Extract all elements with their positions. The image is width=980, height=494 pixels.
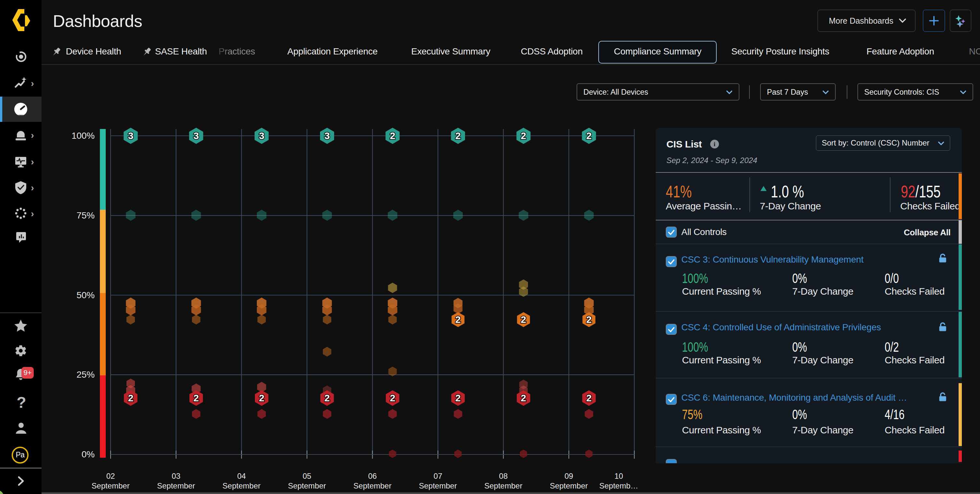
svg-text:3: 3 bbox=[324, 130, 330, 141]
svg-text:09: 09 bbox=[565, 472, 573, 480]
svg-text:September: September bbox=[223, 481, 260, 490]
svg-text:September: September bbox=[288, 481, 326, 490]
svg-text:September: September bbox=[419, 481, 457, 490]
svg-text:2: 2 bbox=[455, 392, 461, 403]
svg-text:2: 2 bbox=[586, 130, 592, 141]
svg-text:2: 2 bbox=[390, 130, 395, 141]
svg-text:September: September bbox=[484, 481, 522, 490]
svg-text:September: September bbox=[91, 481, 129, 490]
svg-text:September: September bbox=[157, 481, 195, 490]
svg-text:2: 2 bbox=[390, 392, 395, 403]
svg-text:04: 04 bbox=[237, 472, 246, 480]
svg-text:0%: 0% bbox=[82, 449, 95, 459]
svg-text:2: 2 bbox=[455, 314, 461, 325]
svg-text:75%: 75% bbox=[76, 210, 95, 221]
svg-text:2: 2 bbox=[194, 392, 199, 403]
svg-text:3: 3 bbox=[194, 130, 199, 141]
svg-text:2: 2 bbox=[259, 392, 264, 403]
svg-text:2: 2 bbox=[586, 314, 592, 325]
svg-text:2: 2 bbox=[521, 130, 526, 141]
svg-text:2: 2 bbox=[128, 392, 134, 403]
svg-text:08: 08 bbox=[499, 472, 508, 480]
svg-text:2: 2 bbox=[521, 392, 526, 403]
svg-text:02: 02 bbox=[107, 472, 115, 480]
svg-text:50%: 50% bbox=[76, 290, 95, 300]
svg-text:September: September bbox=[550, 481, 588, 490]
svg-text:September: September bbox=[353, 481, 391, 490]
svg-text:25%: 25% bbox=[76, 370, 95, 380]
svg-text:100%: 100% bbox=[72, 131, 95, 141]
svg-text:3: 3 bbox=[259, 130, 264, 141]
svg-text:05: 05 bbox=[302, 472, 311, 480]
svg-text:3: 3 bbox=[128, 130, 134, 141]
svg-text:2: 2 bbox=[521, 314, 526, 325]
svg-text:2: 2 bbox=[324, 392, 330, 403]
svg-text:07: 07 bbox=[434, 472, 442, 480]
svg-text:2: 2 bbox=[586, 392, 592, 403]
svg-text:2: 2 bbox=[455, 130, 461, 141]
svg-text:06: 06 bbox=[368, 472, 377, 480]
svg-text:Septemb…: Septemb… bbox=[599, 481, 638, 490]
svg-text:03: 03 bbox=[172, 472, 181, 480]
svg-text:10: 10 bbox=[614, 472, 623, 480]
